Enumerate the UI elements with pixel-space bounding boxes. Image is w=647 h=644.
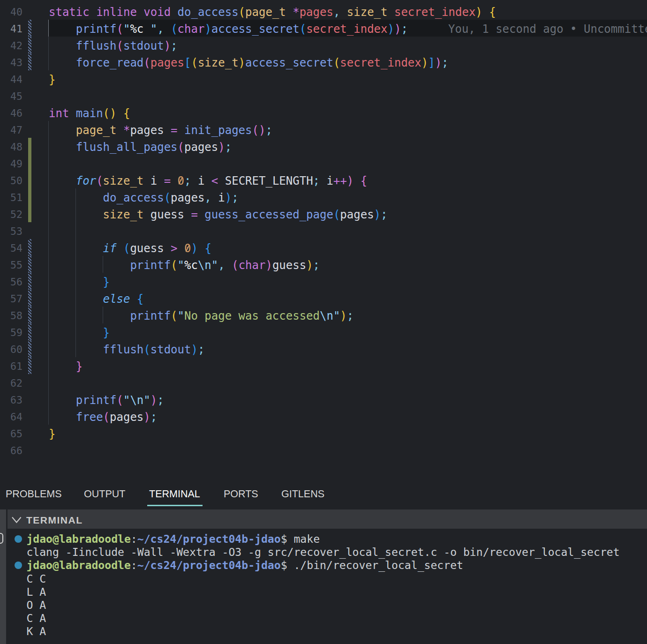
line-number: 48	[0, 139, 23, 156]
git-gutter-add[interactable]	[28, 172, 31, 188]
git-gutter-add[interactable]	[28, 188, 31, 205]
line-number: 55	[0, 257, 23, 274]
editor-line-53[interactable]: 53	[0, 222, 647, 239]
git-gutter-add[interactable]	[28, 138, 31, 155]
line-number: 47	[0, 122, 23, 139]
indent-guide	[48, 374, 49, 391]
editor-line-61[interactable]: 61 }	[0, 357, 647, 374]
line-number: 59	[0, 324, 23, 341]
git-gutter-mod[interactable]	[28, 20, 31, 37]
code-text: size_t guess = guess_accessed_page(pages…	[49, 206, 388, 223]
panel-tab-ports[interactable]: PORTS	[224, 486, 258, 502]
git-gutter-mod[interactable]	[28, 37, 31, 53]
git-gutter-mod[interactable]	[28, 53, 31, 70]
line-number: 57	[0, 291, 23, 307]
editor-line-48[interactable]: 48 flush_all_pages(pages);	[0, 138, 647, 155]
editor-line-41[interactable]: 41 printf("%c ", (char)access_secret(sec…	[0, 20, 647, 37]
editor-line-49[interactable]: 49	[0, 155, 647, 172]
editor-line-45[interactable]: 45	[0, 87, 647, 104]
indent-guide	[48, 155, 49, 172]
command-decoration-dot[interactable]	[15, 535, 22, 543]
line-number: 65	[0, 426, 23, 442]
code-text: printf("%c\n", (char)guess);	[49, 257, 320, 274]
command-decoration-dot[interactable]	[15, 562, 22, 569]
terminal-section-header[interactable]: TERMINAL	[8, 509, 647, 529]
editor-line-43[interactable]: 43 force_read(pages[(size_t)access_secre…	[0, 53, 647, 70]
editor-line-54[interactable]: 54 if (guess > 0) {	[0, 239, 647, 256]
panel-tab-problems[interactable]: PROBLEMS	[6, 486, 61, 502]
editor-line-42[interactable]: 42 fflush(stdout);	[0, 37, 647, 53]
editor-line-58[interactable]: 58 printf("No page was accessed\n");	[0, 307, 647, 323]
editor-line-62[interactable]: 62	[0, 374, 647, 391]
panel-tab-terminal[interactable]: TERMINAL	[149, 486, 200, 502]
editor-line-40[interactable]: 40static inline void do_access(page_t *p…	[0, 3, 647, 20]
editor-line-52[interactable]: 52 size_t guess = guess_accessed_page(pa…	[0, 205, 647, 222]
code-text: }	[49, 71, 55, 88]
panel-tab-output[interactable]: OUTPUT	[84, 486, 125, 502]
line-number: 46	[0, 105, 23, 122]
editor-line-55[interactable]: 55 printf("%c\n", (char)guess);	[0, 256, 647, 273]
code-text: do_access(pages, i);	[49, 189, 239, 206]
line-number: 45	[0, 88, 23, 105]
editor-line-51[interactable]: 51 do_access(pages, i);	[0, 188, 647, 205]
terminal-line: C A	[26, 612, 647, 625]
gitlens-blame-annotation: You, 1 second ago • Uncommitted changes	[448, 21, 647, 37]
line-number: 51	[0, 189, 23, 206]
git-gutter-add[interactable]	[28, 205, 31, 222]
editor-line-56[interactable]: 56 }	[0, 273, 647, 290]
git-gutter-mod[interactable]	[28, 340, 31, 357]
editor-line-63[interactable]: 63 printf("\n");	[0, 391, 647, 408]
window-edge-artifact	[0, 533, 3, 544]
code-text: printf("%c ", (char)access_secret(secret…	[49, 21, 408, 37]
git-gutter-mod[interactable]	[28, 273, 31, 290]
code-text: else {	[49, 291, 143, 307]
editor-line-59[interactable]: 59 }	[0, 323, 647, 340]
editor-line-50[interactable]: 50 for(size_t i = 0; i < SECRET_LENGTH; …	[0, 172, 647, 188]
terminal-line: C C	[26, 572, 647, 585]
editor-line-64[interactable]: 64 free(pages);	[0, 408, 647, 425]
terminal-line: clang -Iinclude -Wall -Wextra -O3 -g src…	[26, 546, 647, 559]
terminal-output[interactable]: jdao@labradoodle:~/cs24/project04b-jdao$…	[26, 532, 647, 638]
editor-line-46[interactable]: 46int main() {	[0, 104, 647, 121]
indent-guide	[75, 222, 76, 239]
code-text: flush_all_pages(pages);	[49, 139, 232, 156]
line-number: 44	[0, 71, 23, 88]
git-gutter-add[interactable]	[28, 155, 31, 172]
terminal-line: O A	[26, 599, 647, 612]
line-number: 49	[0, 156, 23, 172]
git-gutter-mod[interactable]	[28, 307, 31, 323]
panel-tab-gitlens[interactable]: GITLENS	[281, 486, 324, 502]
line-number: 63	[0, 392, 23, 409]
code-text: if (guess > 0) {	[49, 240, 211, 257]
code-text: }	[49, 274, 110, 291]
code-text: force_read(pages[(size_t)access_secret(s…	[49, 54, 449, 71]
line-number: 64	[0, 409, 23, 426]
line-number: 53	[0, 223, 23, 240]
terminal-line: jdao@labradoodle:~/cs24/project04b-jdao$…	[26, 559, 647, 572]
indent-guide	[48, 222, 49, 239]
editor-line-44[interactable]: 44}	[0, 70, 647, 87]
git-gutter-mod[interactable]	[28, 239, 31, 256]
git-gutter-mod[interactable]	[28, 323, 31, 340]
code-text: free(pages);	[49, 409, 157, 426]
git-gutter-mod[interactable]	[28, 290, 31, 307]
git-gutter-mod[interactable]	[28, 256, 31, 273]
editor-line-65[interactable]: 65}	[0, 425, 647, 442]
vscode-window: 40static inline void do_access(page_t *p…	[0, 0, 647, 644]
line-number: 40	[0, 4, 23, 21]
code-text: printf("\n");	[49, 392, 164, 409]
line-number: 50	[0, 172, 23, 189]
line-number: 41	[0, 21, 23, 37]
code-text: }	[49, 426, 55, 442]
line-number: 42	[0, 37, 23, 54]
editor-line-57[interactable]: 57 else {	[0, 290, 647, 307]
code-editor[interactable]: 40static inline void do_access(page_t *p…	[0, 0, 647, 483]
git-gutter-mod[interactable]	[28, 357, 31, 374]
editor-line-47[interactable]: 47 page_t *pages = init_pages();	[0, 121, 647, 138]
code-text: for(size_t i = 0; i < SECRET_LENGTH; i++…	[49, 172, 367, 189]
code-text: page_t *pages = init_pages();	[49, 122, 272, 139]
editor-line-66[interactable]: 66	[0, 442, 647, 458]
line-number: 56	[0, 274, 23, 291]
editor-line-60[interactable]: 60 fflush(stdout);	[0, 340, 647, 357]
terminal-section-label: TERMINAL	[26, 509, 83, 530]
